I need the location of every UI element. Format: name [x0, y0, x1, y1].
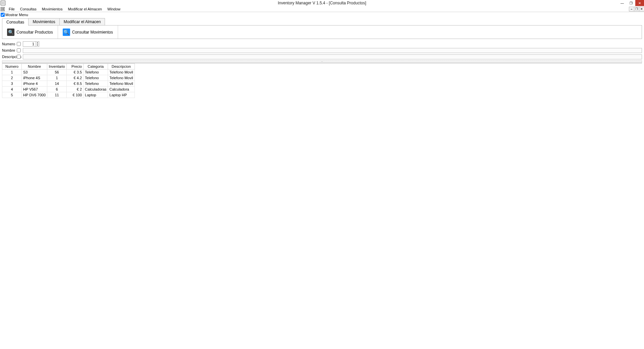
- cell: 14: [47, 81, 67, 87]
- filter-nombre-label: Nombre: [2, 48, 17, 52]
- magnify-icon: 🔍: [63, 29, 70, 36]
- table-row[interactable]: 1S356€ 3.5TelefonoTelefono Movil: [2, 69, 135, 75]
- products-table: Numero Nombre Inventario Precio Categori…: [2, 63, 135, 98]
- menu-file[interactable]: File: [6, 7, 17, 11]
- cell: Laptop: [84, 92, 108, 98]
- menu-movimientos[interactable]: Movimientos: [39, 7, 65, 11]
- cell: Telefono: [84, 81, 108, 87]
- col-nombre[interactable]: Nombre: [22, 64, 47, 69]
- table-row[interactable]: 2iPhone 4S1€ 4.2TelefonoTelefono Movil: [2, 75, 135, 81]
- filter-descripcion-checkbox[interactable]: [17, 55, 21, 59]
- table-area: Numero Nombre Inventario Precio Categori…: [2, 63, 642, 98]
- cell: Telefono: [84, 75, 108, 81]
- menu-window[interactable]: Window: [105, 7, 123, 11]
- cell: Telefono Movil: [108, 75, 135, 81]
- cell: Telefono Movil: [108, 81, 135, 87]
- ribbon-consultar-productos-label: Consultar Productos: [16, 30, 53, 35]
- tab-movimientos[interactable]: Movimientos: [28, 18, 59, 25]
- table-row[interactable]: 3iPhone 414€ 8.5TelefonoTelefono Movil: [2, 81, 135, 87]
- filter-nombre-row: Nombre: [2, 47, 642, 53]
- filter-nombre-input[interactable]: [23, 48, 642, 53]
- col-categoria[interactable]: Categoria: [84, 64, 108, 69]
- ribbon: 🔍 Consultar Productos 🔍 Consultar Movimi…: [2, 26, 642, 39]
- cell: 3: [2, 81, 22, 87]
- show-menu-checkbox[interactable]: [1, 13, 5, 17]
- close-button[interactable]: ✕: [635, 0, 644, 6]
- cell: Calculadora: [108, 87, 135, 92]
- cell: Calculadoras: [84, 87, 108, 92]
- cell: Telefono: [84, 69, 108, 75]
- mdi-restore-button[interactable]: ❐: [634, 7, 639, 11]
- filters-panel: Numero ▴ ▾ Nombre Descripcion: [2, 41, 642, 60]
- splitter-handle[interactable]: ··: [2, 60, 642, 63]
- window-title: Inventory Manager V 1.5.4 - [Consulta Pr…: [0, 1, 644, 5]
- filter-descripcion-label: Descripcion: [2, 55, 17, 59]
- filter-descripcion-input[interactable]: [23, 54, 642, 59]
- mdi-app-icon: [1, 7, 5, 11]
- maximize-button[interactable]: ❐: [627, 0, 635, 6]
- cell: HP V567: [22, 87, 47, 92]
- filter-numero-spinner[interactable]: ▴ ▾: [23, 41, 39, 47]
- mdi-close-button[interactable]: ✕: [639, 7, 644, 11]
- cell: iPhone 4: [22, 81, 47, 87]
- cell: Laptop HP: [108, 92, 135, 98]
- cell: € 4.2: [67, 75, 84, 81]
- mdi-minimize-button[interactable]: ‒: [629, 7, 634, 11]
- tab-consultas[interactable]: Consultas: [2, 18, 29, 26]
- filter-numero-checkbox[interactable]: [17, 42, 21, 46]
- cell: 6: [47, 87, 67, 92]
- cell: 11: [47, 92, 67, 98]
- minimize-button[interactable]: —: [618, 0, 627, 6]
- col-numero[interactable]: Numero: [2, 64, 22, 69]
- show-menu-label: Mostrar Menu: [5, 13, 28, 17]
- filter-numero-input[interactable]: [23, 42, 35, 46]
- primary-tabstrip: Consultas Movimientos Modificar el Almac…: [2, 18, 642, 26]
- cell: 1: [2, 69, 22, 75]
- ribbon-consultar-movimientos-label: Consultar Movimientos: [72, 30, 113, 35]
- spinner-up-icon[interactable]: ▴: [36, 42, 39, 44]
- filter-descripcion-row: Descripcion: [2, 54, 642, 60]
- table-row[interactable]: 5HP DV6 700011€ 100LaptopLaptop HP: [2, 92, 135, 98]
- app-icon: [1, 1, 5, 5]
- cell: iPhone 4S: [22, 75, 47, 81]
- col-descripcion[interactable]: Descripcion: [108, 64, 135, 69]
- cell: S3: [22, 69, 47, 75]
- table-row[interactable]: 4HP V5676€ 2CalculadorasCalculadora: [2, 87, 135, 92]
- filter-nombre-checkbox[interactable]: [17, 48, 21, 52]
- cell: HP DV6 7000: [22, 92, 47, 98]
- cell: 5: [2, 92, 22, 98]
- col-precio[interactable]: Precio: [67, 64, 84, 69]
- cell: € 100: [67, 92, 84, 98]
- table-header-row: Numero Nombre Inventario Precio Categori…: [2, 64, 135, 69]
- cell: € 2: [67, 87, 84, 92]
- cell: 1: [47, 75, 67, 81]
- cell: € 8.5: [67, 81, 84, 87]
- ribbon-consultar-productos[interactable]: 🔍 Consultar Productos: [2, 26, 58, 39]
- filter-numero-row: Numero ▴ ▾: [2, 41, 642, 47]
- cell: € 3.5: [67, 69, 84, 75]
- menubar: File Consultas Movimientos Modificar el …: [0, 6, 644, 12]
- spinner-down-icon[interactable]: ▾: [36, 44, 39, 46]
- ribbon-consultar-movimientos[interactable]: 🔍 Consultar Movimientos: [58, 26, 118, 39]
- cell: 2: [2, 75, 22, 81]
- filter-numero-label: Numero: [2, 42, 17, 46]
- show-menu-row: Mostrar Menu: [0, 12, 644, 17]
- cell: 4: [2, 87, 22, 92]
- tab-modificar-almacen[interactable]: Modificar el Almacen: [59, 18, 105, 25]
- menu-consultas[interactable]: Consultas: [17, 7, 39, 11]
- cell: 56: [47, 69, 67, 75]
- col-inventario[interactable]: Inventario: [47, 64, 67, 69]
- cell: Telefono Movil: [108, 69, 135, 75]
- menu-modificar-almacen[interactable]: Modificar el Almacen: [65, 7, 105, 11]
- magnify-icon: 🔍: [7, 29, 14, 36]
- titlebar: Inventory Manager V 1.5.4 - [Consulta Pr…: [0, 0, 644, 6]
